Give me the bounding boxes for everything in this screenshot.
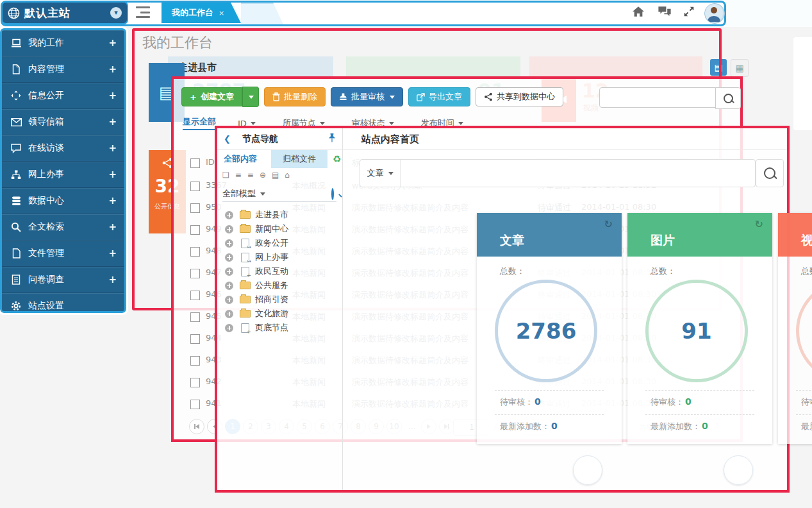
select-all-checkbox[interactable] [190,158,200,168]
expand-icon[interactable] [225,310,233,318]
tree-item[interactable]: 网上办事 [217,250,342,264]
site-icon[interactable]: ⊕ [260,171,266,180]
tree-item[interactable]: 新闻中心 [217,222,342,236]
row-checkbox[interactable] [190,400,200,409]
tree-item[interactable]: 文化旅游 [217,307,342,321]
sidebar-item-my-work[interactable]: 我的工作 + [2,30,124,56]
article-search-button[interactable] [715,87,741,109]
expand-plus-icon[interactable]: + [108,169,117,180]
tab-my-workspace[interactable]: 我的工作台 × [162,3,241,23]
database-icon [10,196,22,206]
sidebar-item-online-services[interactable]: 网上办事 + [2,162,124,188]
site-switcher[interactable]: 默认主站 ▾ [1,1,128,24]
expand-plus-icon[interactable]: + [108,195,117,207]
sidebar-item-survey[interactable]: 问卷调查 + [2,267,124,293]
expand-plus-icon[interactable]: + [108,37,117,49]
tree-search-button[interactable] [331,189,334,199]
tree-item[interactable]: 政务公开 [217,236,342,250]
chevron-down-icon[interactable]: ▾ [110,7,122,19]
expand-icon[interactable] [225,296,233,304]
expand-icon[interactable] [225,211,233,219]
content-search-input[interactable] [401,160,755,187]
expand-plus-icon[interactable]: + [108,274,117,285]
image-view-toggle-button[interactable]: ▦ [731,59,749,77]
create-article-dropdown[interactable] [242,87,259,107]
sidebar-item-site-settings[interactable]: 站点设置 [2,293,124,319]
first-page-button[interactable] [189,419,204,434]
batch-delete-label: 批量删除 [284,91,317,103]
expand-icon[interactable] [225,267,233,276]
export-article-button[interactable]: 导出文章 [408,87,470,106]
article-search-input[interactable] [599,87,716,108]
sidebar-item-content-mgmt[interactable]: 内容管理 + [2,56,124,83]
expand-plus-icon[interactable]: + [108,221,117,233]
model-filter-select[interactable]: 全部模型 [222,188,256,199]
tree-item[interactable]: 页底节点 [217,321,342,335]
sidebar-item-leader-mailbox[interactable]: 领导信箱 + [2,109,124,135]
site-title: 默认主站 [24,6,70,21]
search-icon [764,167,775,179]
row-checkbox[interactable] [190,269,200,278]
expand-plus-icon[interactable]: + [108,64,117,75]
content-type-select[interactable]: 文章 [360,160,401,187]
article-list-button[interactable] [573,455,602,485]
expand-icon[interactable] [225,253,233,262]
sidebar-item-data-center[interactable]: 数据中心 + [2,188,124,214]
row-checkbox[interactable] [190,312,200,322]
tree-item[interactable]: 走进县市 [217,208,342,222]
expand-icon[interactable] [225,324,233,332]
expand-icon[interactable] [225,225,233,233]
row-checkbox[interactable] [190,182,200,191]
row-checkbox[interactable] [190,356,200,366]
latest-row: 最新添加数：0 [500,421,558,432]
share-to-datacenter-button[interactable]: 共享到数据中心 [476,87,563,106]
collapse-all-icon[interactable]: ≡ [247,171,254,180]
file-icon[interactable]: ▤ [272,171,279,180]
expand-all-icon[interactable]: ≡ [235,171,242,180]
tree-item[interactable]: 公共服务 [217,278,342,292]
pending-label: 待审核： [801,397,812,407]
row-checkbox[interactable] [190,203,200,213]
show-all-filter[interactable]: 显示全部 [183,116,216,130]
expand-icon[interactable] [225,282,233,290]
batch-review-button[interactable]: 批量审核 [331,87,403,106]
create-article-button[interactable]: +创建文章 [181,87,242,106]
refresh-icon[interactable]: ↻ [755,218,763,230]
tab-close-icon[interactable]: × [219,9,224,17]
tree-item[interactable]: 招商引资 [217,292,342,307]
expand-plus-icon[interactable]: + [108,90,117,101]
expand-plus-icon[interactable]: + [108,116,117,128]
tree-item[interactable]: 政民互动 [217,264,342,278]
collapse-menu-icon[interactable] [136,6,150,18]
tab-archived-files[interactable]: 归档文件 [271,150,327,168]
pin-icon[interactable] [328,133,336,145]
refresh-icon[interactable]: ↻ [604,218,613,230]
row-checkbox[interactable] [190,291,200,300]
image-list-button[interactable] [724,455,753,485]
collapse-left-icon[interactable]: ❮ [224,134,231,144]
recycle-icon[interactable]: ♻ [333,153,341,165]
image-icon: ▦ [735,63,743,73]
sidebar-item-file-mgmt[interactable]: 文件管理 + [2,241,124,267]
row-checkbox[interactable] [190,247,200,257]
fullscreen-button[interactable] [683,6,699,21]
tab-all-content[interactable]: 全部内容 [224,153,257,165]
content-search-button[interactable] [756,159,784,187]
home-button[interactable] [632,6,647,21]
row-checkbox[interactable] [190,378,200,387]
sidebar-item-info-disclosure[interactable]: 信息公开 + [2,83,124,109]
expand-plus-icon[interactable]: + [108,248,117,259]
copy-icon[interactable]: ❏ [222,171,229,180]
expand-plus-icon[interactable]: + [108,142,117,154]
messages-button[interactable] [658,6,673,21]
batch-delete-button[interactable]: 批量删除 [264,87,326,106]
latest-value: 0 [702,421,708,431]
row-checkbox[interactable] [190,225,200,235]
sidebar-item-online-interview[interactable]: 在线访谈 + [2,135,124,162]
home-node-icon[interactable]: ⌂ [285,171,290,180]
pending-value: 0 [685,396,692,407]
user-avatar[interactable] [704,3,725,24]
expand-icon[interactable] [225,239,233,248]
row-checkbox[interactable] [190,334,200,344]
sidebar-item-fulltext-search[interactable]: 全文检索 + [2,214,124,241]
